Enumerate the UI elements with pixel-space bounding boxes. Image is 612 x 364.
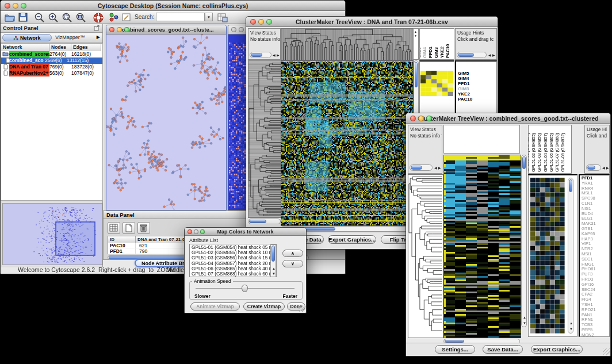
close-icon[interactable] [5,3,10,9]
usage-hints-hscrollbar[interactable] [586,164,601,171]
zoom-window-icon[interactable] [124,27,129,32]
column-label[interactable]: GIM3 [434,47,439,58]
network-tree-row[interactable]: RNAPuberNov2+563(0)107847(0) [1,70,102,76]
view-status-hscrollbar[interactable] [410,164,433,171]
close-icon[interactable] [410,116,416,121]
gene-label[interactable]: SPC98 [582,196,609,201]
save-data-button[interactable]: Save Data... [483,345,523,354]
network-overview-canvas[interactable] [2,203,102,265]
gene-label[interactable]: YKE2 [458,91,496,97]
annotation-icon[interactable] [121,12,134,24]
network-tree-row[interactable]: combined_scores2764(0)16218(0) [1,51,102,58]
tab-overflow-icon[interactable]: ▶ [97,35,100,40]
treeview1-heatmap-canvas[interactable] [281,60,414,226]
gene-label[interactable]: RPO21 [582,308,609,313]
animate-vizmap-button[interactable]: Animate Vizmap [190,302,240,311]
tab-vizmapper[interactable]: VizMapper™ [55,35,85,40]
new-attribute-icon[interactable] [123,222,135,234]
gene-label[interactable]: YSH1 [582,302,609,308]
attribute-table-icon[interactable] [108,222,120,234]
treeview2-heatmap-vscrollbar[interactable]: ▲▼ [521,155,527,327]
network-name[interactable]: DNA and Tran 07 [9,64,49,70]
gene-label[interactable]: GPI16 [582,282,609,288]
column-label[interactable]: GPL51-07 (GSM868) [554,133,560,172]
row-dendrogram-canvas[interactable] [248,60,282,218]
column-dendrogram-canvas[interactable] [281,28,414,61]
zoom-selected-icon[interactable] [62,12,74,24]
minimize-icon[interactable] [258,19,264,25]
zoom-window-icon[interactable] [426,116,432,121]
close-icon[interactable] [188,229,192,234]
column-label[interactable]: GPL51-06 (GSM865) [549,133,554,172]
gene-label[interactable]: PAN1 [582,313,609,318]
network-tree-row[interactable]: combined_sco2569(6)13112(15) [1,58,102,64]
zoom-heatmap-vscrollbar[interactable]: ▲▼ [568,178,573,334]
network-view-titlebar[interactable]: combined_scores_good.txt--cluste... [106,25,226,35]
gene-label[interactable]: PAC10 [458,97,496,102]
attribute-list-vscrollbar[interactable]: ▲▼ [270,244,276,277]
network-nodes-icon[interactable] [109,12,121,24]
gene-label[interactable]: MSL1 [582,191,609,196]
column-label[interactable]: GPL51-02 (GSM855) [531,133,536,172]
gene-label[interactable]: MSI1 [582,252,609,257]
import-table-icon[interactable] [217,12,230,24]
close-icon[interactable] [109,27,114,32]
usage-hints-hscrollbar[interactable] [457,52,487,58]
gene-label[interactable]: GIM4 [458,76,496,81]
network-name[interactable]: combined_scores [9,51,49,58]
speed-slider-thumb[interactable] [242,285,248,292]
gene-label[interactable]: VIP1 [582,242,609,247]
minimize-icon[interactable] [13,3,18,9]
search-dropdown-icon[interactable]: ▼ [205,13,213,21]
column-label[interactable]: YKE2 [439,47,445,58]
gene-label[interactable]: MAK31 [582,221,609,227]
gene-label[interactable]: CLN1 [582,201,609,206]
gene-label[interactable]: YRA1 [582,181,609,186]
network-name[interactable]: combined_sco [9,58,45,64]
column-label[interactable]: GPL51-03 (GSM856) [537,133,542,172]
column-label[interactable]: GPL51-08 (GSM872) [560,133,565,172]
gene-label[interactable]: PFD1 [458,81,496,86]
zoom-window-icon[interactable] [200,229,205,234]
zoom-window-icon[interactable] [21,3,26,9]
dialog-titlebar[interactable]: Map Colors to Network [185,228,306,236]
header-scroll-strip[interactable]: ▲▼ [413,28,419,60]
close-icon[interactable] [231,27,236,32]
main-titlebar[interactable]: Cytoscape Desktop (Session Name: collins… [1,1,345,11]
gene-label[interactable]: MON2 [582,333,609,337]
row-dendrogram-canvas[interactable] [408,174,443,338]
gene-label[interactable]: SEC1 [582,257,609,262]
treeview2-heatmap-canvas[interactable] [443,155,521,338]
open-folder-icon[interactable] [4,12,17,24]
gene-label[interactable]: PEP5 [582,328,609,333]
close-icon[interactable] [250,19,256,25]
column-label[interactable]: PAC10 [445,44,450,58]
create-vizmap-button[interactable]: Create Vizmap [243,302,285,311]
gene-label[interactable]: NTR2 [582,247,609,252]
gene-label[interactable]: HMG1 [582,262,609,267]
gene-label[interactable]: HRD3 [582,277,609,282]
minimize-icon[interactable] [194,229,198,234]
treeview2-titlebar[interactable]: ClusterMaker TreeView : combined_scores_… [406,113,610,124]
treeview1-zoom-matrix-canvas[interactable] [420,71,453,96]
move-up-button[interactable]: ∧ [282,250,303,257]
gene-label[interactable]: SEC24 [582,288,609,293]
export-graphics-button[interactable]: Export Graphics... [531,345,583,354]
column-label[interactable]: PFD1 [428,47,433,58]
search-input[interactable] [156,13,205,21]
zoom-fit-icon[interactable] [75,12,88,24]
network-tree-row[interactable]: DNA and Tran 07769(0)183728(0) [1,64,102,70]
attribute-list-item[interactable]: GPL51-07 (GSM868) heat shock 60 min [190,271,276,277]
gene-label[interactable]: HAP3 [582,237,609,242]
column-label[interactable]: GIM5 [419,47,422,58]
resize-grip[interactable] [603,348,610,355]
attribute-list[interactable]: GPL51-01 (GSM854) heat shock 05 minGPL51… [189,244,277,277]
delete-attribute-trash-icon[interactable] [137,222,150,234]
gene-label[interactable]: PHO81 [582,267,609,272]
zoom-window-icon[interactable] [266,19,272,25]
gene-label[interactable]: GIM5 [458,71,496,76]
zoom-in-icon[interactable] [48,12,60,24]
gene-label[interactable]: CPA2 [582,292,609,297]
resize-grip[interactable] [299,305,305,312]
row-dendrogram-hscrollbar[interactable] [248,219,281,224]
